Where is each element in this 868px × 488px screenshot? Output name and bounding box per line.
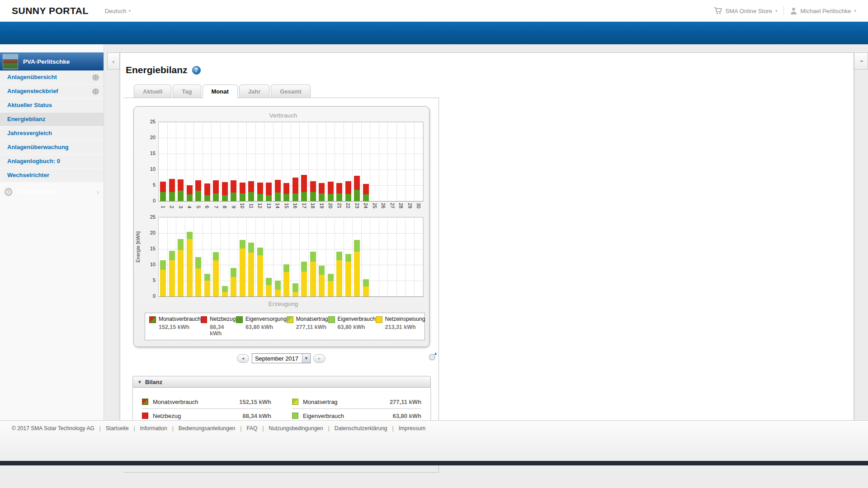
y-tick-label: 0	[145, 293, 156, 299]
sidebar-item-anlagen-berwachung[interactable]: Anlagenüberwachung	[0, 141, 104, 154]
footer-separator: |	[134, 425, 135, 432]
y-tick-label: 5	[145, 277, 156, 283]
bar-segment-eigenverbrauch	[310, 252, 316, 262]
bar-segment-netzbezug	[345, 181, 351, 194]
bar-segment-eigenverbrauch	[204, 274, 210, 281]
bar-segment-eigenversorgung	[266, 195, 272, 201]
bar-segment-netzbezug	[222, 182, 228, 195]
bar-segment-eigenversorgung	[169, 192, 175, 201]
footer-link-information[interactable]: Information	[140, 425, 167, 432]
bar-segment-eigenverbrauch	[169, 251, 175, 260]
user-menu[interactable]: Michael Perlitschke ▾	[790, 7, 856, 14]
legend-swatch-icon	[236, 316, 243, 323]
bar-segment-netzbezug	[363, 184, 369, 194]
bilanz-header[interactable]: ▼ Bilanz	[132, 376, 431, 388]
footer-link-bedienungsanleitungen[interactable]: Bedienungsanleitungen	[179, 425, 235, 432]
sidebar-menu: AnlagenübersichtAnlagensteckbriefAktuell…	[0, 70, 104, 182]
tab-gesamt[interactable]: Gesamt	[271, 84, 311, 98]
bar-day-15	[282, 122, 291, 201]
bilanz-row-label: Netzbezug	[153, 413, 242, 419]
bar-segment-eigenversorgung	[160, 192, 166, 201]
footer-link-startseite[interactable]: Startseite	[106, 425, 129, 432]
bilanz-swatch-icon	[292, 399, 298, 405]
next-month-button[interactable]: ►	[313, 354, 326, 363]
legend-label: Netzeinspeisung	[385, 316, 425, 322]
sidebar-item-anlagensteckbrief[interactable]: Anlagensteckbrief	[0, 84, 104, 98]
footer-link-impressum[interactable]: Impressum	[399, 425, 425, 432]
bar-segment-netzbezug	[187, 185, 193, 194]
bar-segment-eigenverbrauch	[248, 243, 254, 253]
bilanz-row-monatsverbrauch: Monatsverbrauch152,15 kWh	[142, 395, 271, 409]
month-select[interactable]: September 2017 ▼	[252, 353, 311, 363]
previous-month-button[interactable]: ◄	[237, 354, 249, 363]
chart-settings-button[interactable]: ⚙ ▲	[428, 352, 436, 362]
legend-value: 88,34 kWh	[210, 324, 236, 337]
bar-day-24	[362, 122, 371, 201]
language-selector[interactable]: Deutsch ▾	[105, 8, 131, 14]
y-tick-label: 20	[145, 230, 156, 235]
sidebar-item-aktueller-status[interactable]: Aktueller Status	[0, 99, 104, 112]
bar-segment-netzeinspeisung	[169, 260, 175, 296]
footer-link-nutzungsbedingungen[interactable]: Nutzungsbedingungen	[269, 425, 323, 432]
sidebar-item-jahresvergleich[interactable]: Jahresvergleich	[0, 127, 104, 140]
month-select-value: September 2017	[252, 355, 302, 362]
y-axis-ticks: 0510152025	[143, 122, 158, 202]
x-tick-label: 29	[406, 203, 415, 217]
tab-content: Energie [kWh] Verbrauch 0510152025 12345…	[123, 98, 439, 473]
gear-icon: ⚙	[4, 186, 14, 197]
bar-day-9	[229, 122, 238, 201]
bar-day-11	[247, 122, 256, 201]
bar-day-3	[176, 217, 185, 296]
online-store-menu[interactable]: SMA Online Store ▾	[714, 7, 778, 14]
bar-day-1	[159, 217, 168, 296]
tab-aktuell[interactable]: Aktuell	[134, 84, 171, 98]
bilanz-row-label: Eigenverbrauch	[303, 413, 392, 419]
bar-segment-eigenversorgung	[292, 193, 298, 202]
bar-segment-netzbezug	[160, 182, 166, 192]
bar-segment-netzeinspeisung	[354, 252, 360, 296]
legend-item-monatsverbrauch: Monatsverbrauch152,15 kWh	[149, 316, 201, 337]
bottom-bar	[0, 461, 868, 465]
help-icon[interactable]: ?	[192, 66, 201, 75]
bar-segment-netzbezug	[240, 183, 245, 193]
sidebar-item-anlagenlogbuch-0[interactable]: Anlagenlogbuch: 0	[0, 155, 104, 168]
sidebar-item-anlagen-bersicht[interactable]: Anlagenübersicht	[0, 70, 104, 84]
tab-monat[interactable]: Monat	[203, 84, 238, 98]
x-tick-label: 6	[203, 203, 212, 217]
chart-legend: Monatsverbrauch152,15 kWhNetzbezug88,34 …	[145, 313, 425, 340]
legend-value: 63,80 kWh	[338, 324, 376, 330]
bar-segment-netzeinspeisung	[283, 272, 289, 296]
footer-separator: |	[328, 425, 330, 432]
plant-header[interactable]: PVA-Perlitschke	[0, 52, 104, 70]
sidebar-collapse-button[interactable]: ‹	[107, 52, 120, 70]
tab-jahr[interactable]: Jahr	[239, 84, 269, 98]
x-tick-label: 28	[397, 203, 406, 217]
sidebar-item-label: Jahresvergleich	[7, 127, 99, 140]
y-tick-label: 0	[145, 198, 156, 203]
legend-label: Monatsverbrauch	[159, 316, 201, 322]
x-tick-label: 9	[229, 203, 238, 217]
bilanz-row-value: 277,11 kWh	[390, 399, 421, 405]
tab-tag[interactable]: Tag	[173, 84, 201, 98]
bar-segment-eigenverbrauch	[195, 257, 201, 268]
sidebar-item-konfiguration[interactable]: ⚙ Konfiguration ›	[0, 183, 104, 200]
bar-segment-eigenversorgung	[222, 195, 228, 201]
bar-segment-eigenversorgung	[178, 191, 184, 201]
x-tick-label: 5	[194, 203, 203, 217]
scroll-top-button[interactable]: ›	[854, 52, 868, 70]
bar-day-20	[326, 217, 335, 296]
sidebar-item-energiebilanz[interactable]: Energiebilanz	[0, 113, 104, 126]
sidebar-item-wechselrichter[interactable]: Wechselrichter	[0, 169, 104, 182]
bar-day-24	[362, 217, 371, 296]
x-tick-label: 21	[335, 203, 344, 217]
bar-segment-eigenversorgung	[354, 190, 360, 201]
sidebar-item-label: Anlagenüberwachung	[7, 141, 99, 154]
bar-day-9	[229, 217, 238, 296]
bar-segment-netzeinspeisung	[319, 275, 325, 296]
bar-segment-netzeinspeisung	[195, 268, 201, 296]
footer-link-datenschutzerkl-rung[interactable]: Datenschutzerklärung	[335, 425, 387, 432]
bar-segment-eigenversorgung	[187, 194, 193, 201]
footer-link-faq[interactable]: FAQ	[246, 425, 257, 432]
bar-segment-netzbezug	[266, 183, 272, 195]
bar-day-19	[317, 122, 326, 201]
